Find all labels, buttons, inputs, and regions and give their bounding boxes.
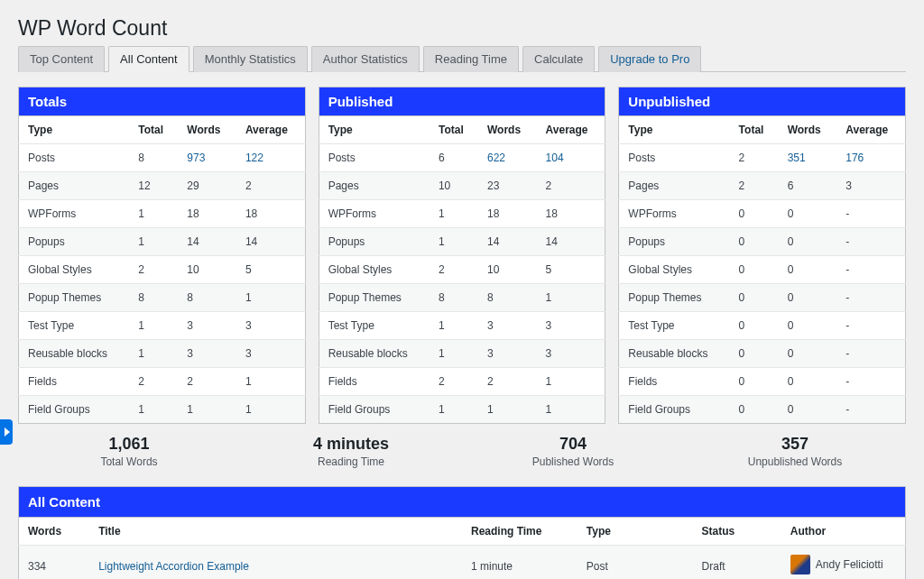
col-words[interactable]: Words [478, 116, 537, 144]
col-words[interactable]: Words [19, 518, 90, 546]
cell-average: 1 [236, 284, 305, 312]
cell-words: 2 [478, 368, 537, 396]
stats-row: 1,061Total Words4 minutesReading Time704… [18, 435, 906, 468]
cell-type: Test Type [619, 312, 730, 340]
tab-top-content[interactable]: Top Content [18, 46, 105, 72]
cell-total: 0 [730, 396, 779, 424]
cell-total: 0 [730, 228, 779, 256]
col-average[interactable]: Average [236, 116, 305, 144]
col-average[interactable]: Average [537, 116, 605, 144]
cell-words: 14 [178, 228, 236, 256]
cell-total: 1 [129, 228, 178, 256]
tab-monthly-statistics[interactable]: Monthly Statistics [193, 46, 308, 72]
cell-words: 3 [478, 340, 537, 368]
cell-words: 3 [478, 312, 537, 340]
tab-all-content[interactable]: All Content [108, 46, 189, 72]
cell-type: Popups [319, 228, 430, 256]
cell-total: 2 [129, 256, 178, 284]
cell-words: 1 [178, 396, 236, 424]
cell-type: Reusable blocks [619, 340, 730, 368]
col-words[interactable]: Words [779, 116, 837, 144]
col-type[interactable]: Type [19, 116, 130, 144]
col-words[interactable]: Words [178, 116, 236, 144]
col-total[interactable]: Total [430, 116, 478, 144]
cell-average: - [836, 228, 905, 256]
tabs-bar: Top ContentAll ContentMonthly Statistics… [18, 46, 906, 72]
cell-author: Andy Feliciotti [781, 546, 905, 579]
cell-title: Lightweight Accordion Example [89, 546, 462, 580]
cell-total: 1 [430, 340, 478, 368]
col-total[interactable]: Total [129, 116, 178, 144]
cell-average: - [836, 284, 905, 312]
cell-total: 2 [730, 172, 779, 200]
tab-reading-time[interactable]: Reading Time [423, 46, 519, 72]
cell-type: Pages [19, 172, 130, 200]
cell-average: 3 [537, 340, 605, 368]
words-link[interactable]: 973 [187, 152, 205, 164]
all-content-header: All Content [18, 486, 906, 517]
panel-header-totals: Totals [18, 87, 306, 115]
col-status[interactable]: Status [693, 518, 781, 546]
col-type[interactable]: Type [319, 116, 430, 144]
table-row: Fields221 [319, 368, 605, 396]
words-link[interactable]: 622 [487, 152, 505, 164]
col-type[interactable]: Type [578, 518, 693, 546]
cell-average: - [836, 368, 905, 396]
cell-total: 1 [129, 396, 178, 424]
cell-type: Posts [619, 144, 730, 172]
cell-type: Popup Themes [19, 284, 130, 312]
cell-total: 1 [129, 312, 178, 340]
col-type[interactable]: Type [619, 116, 730, 144]
col-author[interactable]: Author [781, 518, 906, 546]
cell-type: Test Type [319, 312, 430, 340]
title-link[interactable]: Lightweight Accordion Example [98, 560, 249, 573]
cell-words: 0 [779, 228, 837, 256]
cell-words: 8 [478, 284, 537, 312]
cell-average: 14 [537, 228, 605, 256]
cell-average: 2 [236, 172, 305, 200]
cell-total: 2 [430, 368, 478, 396]
table-row: Reusable blocks00- [619, 340, 906, 368]
words-link[interactable]: 351 [788, 152, 806, 164]
cell-average: - [836, 340, 905, 368]
table-row: Field Groups00- [619, 396, 906, 424]
tab-upgrade-to-pro[interactable]: Upgrade to Pro [598, 46, 701, 72]
table-row: Popup Themes881 [319, 284, 605, 312]
avatar [790, 555, 810, 574]
table-row: Global Styles00- [619, 256, 906, 284]
tab-calculate[interactable]: Calculate [522, 46, 595, 72]
table-row: Popups00- [619, 228, 906, 256]
col-title[interactable]: Title [89, 518, 462, 546]
col-average[interactable]: Average [836, 116, 905, 144]
cell-total: 1 [430, 396, 478, 424]
cell-average: 1 [537, 396, 605, 424]
cell-total: 0 [730, 340, 779, 368]
cell-words: 0 [779, 312, 837, 340]
panel-header-unpublished: Unpublished [618, 87, 906, 115]
cell-type: Field Groups [319, 396, 430, 424]
table-row: Field Groups111 [319, 396, 605, 424]
cell-total: 0 [730, 284, 779, 312]
cell-average: 104 [537, 144, 605, 172]
table-row: Posts8973122 [19, 144, 306, 172]
table-row: Global Styles2105 [19, 256, 306, 284]
cell-type: Pages [619, 172, 730, 200]
cell-type: Posts [319, 144, 430, 172]
tab-author-statistics[interactable]: Author Statistics [311, 46, 420, 72]
cell-total: 0 [730, 256, 779, 284]
average-link[interactable]: 122 [245, 152, 263, 164]
side-collapse-tab[interactable] [0, 419, 13, 445]
average-link[interactable]: 104 [546, 152, 564, 164]
cell-type: Fields [319, 368, 430, 396]
cell-type: Field Groups [619, 396, 730, 424]
cell-average: 5 [236, 256, 305, 284]
col-total[interactable]: Total [730, 116, 779, 144]
stat-value: 4 minutes [240, 435, 462, 454]
stat-label: Unpublished Words [684, 455, 906, 468]
cell-type: Reusable blocks [19, 340, 130, 368]
col-reading-time[interactable]: Reading Time [462, 518, 578, 546]
cell-average: - [836, 312, 905, 340]
cell-words: 0 [779, 284, 837, 312]
cell-words: 18 [178, 200, 236, 228]
average-link[interactable]: 176 [845, 152, 864, 164]
